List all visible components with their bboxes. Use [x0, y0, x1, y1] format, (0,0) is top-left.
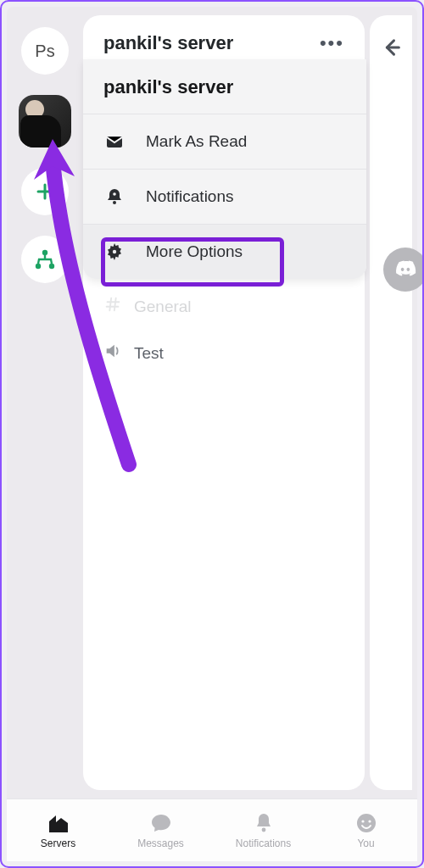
- server-context-sheet: pankil's server Mark As Read Notificatio…: [83, 59, 366, 279]
- ps-server-label: Ps: [35, 42, 54, 61]
- svg-point-0: [42, 250, 47, 255]
- channel-test[interactable]: Test: [83, 330, 365, 376]
- nav-messages[interactable]: Messages: [109, 812, 212, 849]
- channel-label: Test: [134, 344, 164, 363]
- channel-general[interactable]: General: [83, 283, 365, 330]
- svg-point-4: [113, 201, 116, 204]
- svg-point-9: [357, 814, 376, 832]
- nav-notifications[interactable]: Notifications: [212, 812, 315, 849]
- svg-point-7: [113, 250, 116, 253]
- svg-point-10: [361, 820, 364, 822]
- messages-icon: [150, 812, 172, 834]
- channel-label: General: [134, 298, 192, 316]
- nav-label: Messages: [137, 837, 184, 849]
- svg-point-8: [261, 827, 265, 832]
- face-icon: [355, 812, 377, 834]
- svg-point-5: [113, 192, 116, 196]
- nav-label: You: [357, 837, 374, 849]
- add-server-button[interactable]: [21, 168, 69, 215]
- channel-panel: pankil's server ••• General Test pankil'…: [83, 15, 365, 790]
- bell-icon: [254, 812, 274, 834]
- sheet-item-label: Notifications: [146, 187, 234, 206]
- back-button[interactable]: [379, 36, 403, 63]
- notifications-button[interactable]: Notifications: [83, 170, 366, 225]
- server-title: pankil's server: [103, 32, 233, 54]
- bottom-nav: Servers Messages Notifications You: [7, 798, 417, 861]
- server-more-button[interactable]: •••: [320, 32, 344, 54]
- mark-as-read-button[interactable]: Mark As Read: [83, 114, 366, 170]
- svg-point-2: [49, 264, 54, 269]
- plus-icon: [35, 181, 55, 202]
- nav-you[interactable]: You: [315, 812, 417, 849]
- discord-icon: [393, 257, 418, 282]
- sheet-title: pankil's server: [83, 59, 366, 114]
- gear-icon: [103, 242, 126, 262]
- message-preview-panel: [370, 15, 412, 790]
- arrow-left-icon: [379, 36, 403, 59]
- hub-icon: [33, 248, 57, 271]
- discord-badge: [383, 248, 424, 292]
- more-options-button[interactable]: More Options: [83, 225, 366, 279]
- servers-icon: [47, 812, 70, 834]
- bell-icon: [103, 186, 126, 207]
- ps-server-button[interactable]: Ps: [21, 27, 69, 75]
- hub-button[interactable]: [21, 236, 69, 283]
- nav-label: Servers: [41, 837, 75, 849]
- dots-icon: •••: [320, 32, 344, 53]
- nav-servers[interactable]: Servers: [7, 812, 109, 849]
- nav-label: Notifications: [236, 837, 291, 849]
- hash-icon: [103, 295, 122, 318]
- svg-point-11: [368, 820, 371, 822]
- mail-icon: [103, 131, 126, 152]
- server-rail: Ps: [7, 7, 83, 798]
- speaker-icon: [103, 342, 122, 364]
- sheet-item-label: More Options: [146, 242, 243, 261]
- svg-point-1: [36, 264, 41, 269]
- server-avatar[interactable]: [19, 95, 71, 147]
- sheet-item-label: Mark As Read: [146, 132, 247, 151]
